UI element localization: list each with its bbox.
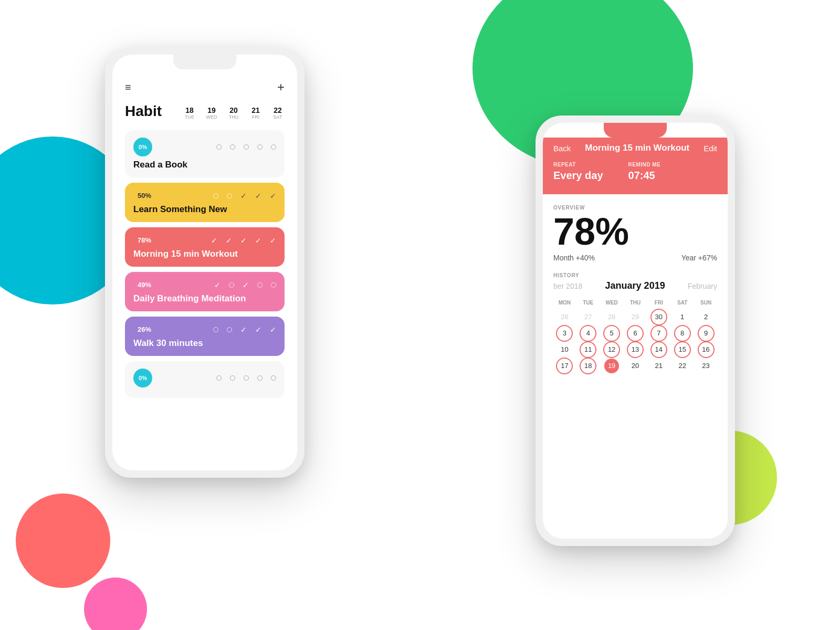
cal-cell-27: 27 bbox=[577, 310, 600, 324]
habit-percent-breathing: 49% bbox=[133, 279, 155, 290]
habit-percent-walk: 26% bbox=[133, 324, 155, 335]
edit-button[interactable]: Edit bbox=[704, 144, 717, 153]
cal-cell-15: 15 bbox=[671, 342, 694, 356]
cal-cell-1: 1 bbox=[671, 310, 694, 324]
habit-inner-breathing: 49% ✓ ✓ Daily Breathing Meditation bbox=[125, 272, 285, 311]
repeat-section: REPEAT Every day bbox=[553, 162, 603, 182]
habit-item-unknown[interactable]: 0% bbox=[125, 361, 285, 398]
check-4 bbox=[257, 282, 262, 288]
phone-left: ≡ + Habit 18 TUE 19 WED 20 bbox=[105, 47, 304, 478]
check-5 bbox=[271, 282, 276, 288]
habit-row-top-learn: 50% ✓ ✓ ✓ bbox=[133, 190, 276, 201]
cal-cell-23: 23 bbox=[695, 359, 717, 373]
date-col-20: 20 THU bbox=[227, 106, 240, 120]
cal-cell-8: 8 bbox=[671, 326, 694, 340]
cal-week-3: 10 11 12 13 14 15 16 bbox=[553, 342, 717, 356]
date-columns: 18 TUE 19 WED 20 THU 21 FRI bbox=[183, 106, 285, 120]
calendar-grid: MON TUE WED THU FRI SAT SUN 26 27 28 29 … bbox=[553, 298, 717, 373]
check-3 bbox=[244, 375, 249, 381]
cal-cell-6: 6 bbox=[624, 326, 647, 340]
add-habit-icon[interactable]: + bbox=[277, 80, 285, 94]
check-4: ✓ bbox=[255, 236, 261, 245]
date-col-18: 18 TUE bbox=[183, 106, 196, 120]
phone-right: Back Morning 15 min Workout Edit REPEAT … bbox=[536, 116, 735, 546]
habit-list-header: Habit 18 TUE 19 WED 20 THU 21 bbox=[125, 103, 285, 120]
notch-left bbox=[173, 55, 236, 69]
check-4: ✓ bbox=[255, 326, 261, 334]
cal-cell-4: 4 bbox=[577, 326, 600, 340]
cal-cell-17: 17 bbox=[553, 359, 576, 373]
check-2 bbox=[230, 144, 235, 150]
habit-item-learn[interactable]: 50% ✓ ✓ ✓ Learn Something New bbox=[125, 183, 285, 222]
phone-left-screen: ≡ + Habit 18 TUE 19 WED 20 bbox=[112, 55, 297, 470]
current-month: January 2019 bbox=[605, 280, 665, 291]
habit-inner-read-book: 0% Read a Book bbox=[125, 130, 285, 177]
habit-checks-workout: ✓ ✓ ✓ ✓ ✓ bbox=[211, 236, 276, 245]
check-5: ✓ bbox=[270, 192, 276, 200]
month-stat: Month +40% bbox=[553, 254, 595, 262]
check-3: ✓ bbox=[240, 192, 247, 200]
check-1 bbox=[213, 193, 218, 198]
habit-checks-learn: ✓ ✓ ✓ bbox=[213, 192, 276, 200]
habit-checks-read-book bbox=[216, 144, 276, 150]
habit-name-walk: Walk 30 minutes bbox=[133, 338, 276, 349]
habit-row-top-unknown: 0% bbox=[133, 369, 276, 387]
calendar-header: ber 2018 January 2019 February bbox=[553, 280, 717, 291]
check-1: ✓ bbox=[214, 281, 220, 289]
check-3: ✓ bbox=[240, 236, 247, 245]
detail-title: Morning 15 min Workout bbox=[585, 143, 689, 153]
cal-cell-29: 29 bbox=[624, 310, 647, 324]
cal-cell-13: 13 bbox=[624, 342, 647, 356]
check-1 bbox=[216, 375, 222, 381]
cal-cell-30: 30 bbox=[647, 310, 670, 324]
cal-header-mon: MON bbox=[553, 298, 576, 308]
habit-checks-breathing: ✓ ✓ bbox=[214, 281, 276, 289]
cal-header-fri: FRI bbox=[647, 298, 670, 308]
date-col-19: 19 WED bbox=[205, 106, 218, 120]
cal-cell-14: 14 bbox=[647, 342, 670, 356]
phone-left-content: ≡ + Habit 18 TUE 19 WED 20 bbox=[112, 69, 297, 416]
habit-row-top-breathing: 49% ✓ ✓ bbox=[133, 279, 276, 290]
habit-item-workout[interactable]: 78% ✓ ✓ ✓ ✓ ✓ Morning 15 min Workout bbox=[125, 227, 285, 267]
check-1 bbox=[216, 144, 222, 150]
year-stat: Year +67% bbox=[681, 254, 717, 262]
habit-checks-walk: ✓ ✓ ✓ bbox=[213, 326, 276, 334]
prev-month: ber 2018 bbox=[553, 282, 582, 290]
cal-week-1: 26 27 28 29 30 1 2 bbox=[553, 310, 717, 324]
menu-icon[interactable]: ≡ bbox=[125, 82, 132, 92]
check-2 bbox=[227, 193, 232, 198]
habit-inner-walk: 26% ✓ ✓ ✓ Walk 30 minutes bbox=[125, 317, 285, 356]
habit-checks-unknown bbox=[216, 375, 276, 381]
habit-item-breathing[interactable]: 49% ✓ ✓ Daily Breathing Meditation bbox=[125, 272, 285, 311]
habit-name-read-book: Read a Book bbox=[133, 160, 276, 170]
notch-right bbox=[604, 123, 667, 138]
phone-right-screen: Back Morning 15 min Workout Edit REPEAT … bbox=[543, 123, 728, 539]
bg-salmon-circle bbox=[16, 494, 110, 588]
cal-cell-3: 3 bbox=[553, 326, 576, 340]
cal-cell-7: 7 bbox=[647, 326, 670, 340]
check-5: ✓ bbox=[270, 236, 276, 245]
habit-inner-learn: 50% ✓ ✓ ✓ Learn Something New bbox=[125, 183, 285, 222]
check-5 bbox=[271, 144, 276, 150]
cal-cell-16: 16 bbox=[695, 342, 717, 356]
cal-header-wed: WED bbox=[601, 298, 623, 308]
habit-name-breathing: Daily Breathing Meditation bbox=[133, 293, 276, 304]
history-label: HISTORY bbox=[553, 272, 717, 278]
back-button[interactable]: Back bbox=[553, 144, 571, 153]
habit-row-top-workout: 78% ✓ ✓ ✓ ✓ ✓ bbox=[133, 235, 276, 246]
habit-percent-learn: 50% bbox=[133, 190, 155, 201]
cal-cell-19: 19 bbox=[601, 359, 623, 373]
check-3 bbox=[244, 144, 249, 150]
check-2 bbox=[227, 327, 232, 332]
habit-item-read-book[interactable]: 0% Read a Book bbox=[125, 130, 285, 177]
cal-cell-2: 2 bbox=[695, 310, 717, 324]
detail-body: OVERVIEW 78% Month +40% Year +67% HISTOR… bbox=[543, 194, 728, 385]
detail-header: Back Morning 15 min Workout Edit REPEAT … bbox=[543, 138, 728, 194]
cal-cell-5: 5 bbox=[601, 326, 623, 340]
check-2 bbox=[230, 375, 235, 381]
remind-value: 07:45 bbox=[628, 170, 661, 182]
check-3: ✓ bbox=[240, 326, 247, 334]
cal-cell-20: 20 bbox=[624, 359, 647, 373]
habit-item-walk[interactable]: 26% ✓ ✓ ✓ Walk 30 minutes bbox=[125, 317, 285, 356]
detail-meta: REPEAT Every day REMIND ME 07:45 bbox=[553, 162, 717, 182]
